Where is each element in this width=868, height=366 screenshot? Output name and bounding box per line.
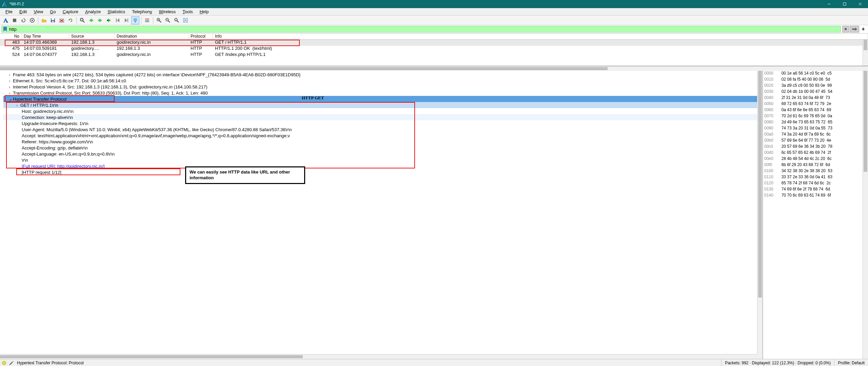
minimize-button[interactable] [821,0,837,8]
http-line[interactable]: ⌄Hypertext Transfer Protocol [3,96,763,102]
hex-row[interactable]: 0130 74 69 6f 6e 2f 78 68 74 6d [763,187,868,193]
restart-capture-icon[interactable] [19,16,27,24]
hex-row[interactable]: 0000 00 1e a6 56 14 c0 5c e0 c5 [763,71,868,77]
hex-row[interactable]: 0070 70 2d 61 6c 69 76 65 0d 0a [763,114,868,120]
edit-capture-comment-icon[interactable] [9,360,14,366]
col-no[interactable]: No [0,34,22,39]
find-packet-icon[interactable] [78,16,86,24]
svg-point-15 [107,20,108,21]
zoom-in-icon[interactable] [155,16,163,24]
packet-row[interactable]: 47514:07:03.509181goidirectory.…192.168.… [0,46,868,52]
reload-file-icon[interactable] [66,16,75,24]
menu-analyze[interactable]: Analyze [82,8,104,15]
ethernet-line[interactable]: ›Ethernet II, Src: 5c:e0:c5:8c:ce:77, Ds… [3,78,763,84]
menu-statistics[interactable]: Statistics [104,8,129,15]
ip-line[interactable]: ›Internet Protocol Version 4, Src: 192.1… [3,84,763,90]
menu-file[interactable]: File [2,8,16,15]
col-protocol[interactable]: Protocol [189,34,213,39]
http-accept-line[interactable]: Accept: text/html,application/xhtml+xml,… [3,133,763,139]
resize-columns-icon[interactable] [181,16,190,24]
tcp-line[interactable]: ›Transmission Control Protocol, Src Port… [3,90,763,96]
hex-row[interactable]: 0030 02 04 db 1b 00 00 47 45 54 [763,89,868,95]
bookmark-icon[interactable] [2,26,8,32]
auto-scroll-icon[interactable] [131,16,139,24]
hex-row[interactable]: 00c0 20 57 69 6e 36 34 3b 20 78 [763,144,868,150]
details-hscroll[interactable] [0,354,757,359]
menu-view[interactable]: View [30,8,46,15]
hex-row[interactable]: 00a0 74 3a 20 4d 6f 7a 69 6c 6c [763,132,868,138]
menu-wireless[interactable]: Wireless [156,8,179,15]
details-vscroll[interactable] [757,71,763,354]
menu-edit[interactable]: Edit [16,8,30,15]
capture-options-icon[interactable] [28,16,36,24]
http-referer-line[interactable]: Referer: https://www.google.com/\r\n [3,139,763,145]
hex-row[interactable]: 0020 3a d9 c5 c9 00 50 93 0e 99 [763,83,868,89]
expert-info-icon[interactable] [2,361,6,365]
save-file-icon[interactable] [49,16,57,24]
col-destination[interactable]: Destination [115,34,189,39]
separator [38,17,38,24]
start-capture-icon[interactable] [2,16,10,24]
zoom-out-icon[interactable] [164,16,172,24]
close-button[interactable] [852,0,868,8]
hex-row[interactable]: 0010 02 08 fa f5 40 00 80 06 5d [763,77,868,83]
hex-row[interactable]: 00f0 6b 6f 29 20 43 68 72 6f 6d [763,162,868,168]
packet-list-hscroll[interactable] [0,66,868,71]
status-profile[interactable]: Profile: Default [834,359,868,366]
svg-rect-16 [145,19,149,19]
close-file-icon[interactable] [58,16,66,24]
maximize-button[interactable] [837,0,852,8]
hex-vscroll[interactable] [863,71,868,359]
menu-telephony[interactable]: Telephony [129,8,155,15]
http-connection-line[interactable]: Connection: keep-alive\r\n [3,114,763,120]
go-back-icon[interactable] [87,16,95,24]
svg-text:1: 1 [175,19,177,21]
go-to-packet-icon[interactable] [105,16,113,24]
http-request-count-line[interactable]: [HTTP request 1/12] [3,169,763,175]
menu-help[interactable]: Help [196,8,212,15]
hex-row[interactable]: 0100 34 32 38 30 2e 38 38 20 53 [763,168,868,175]
hex-row[interactable]: 0050 69 72 65 63 74 6f 72 79 2e [763,101,868,107]
hex-row[interactable]: 0060 0a 43 6f 6e 6e 65 63 74 69 [763,107,868,114]
http-accept-encoding-line[interactable]: Accept-Encoding: gzip, deflate\r\n [3,145,763,151]
hex-row[interactable]: 0120 65 78 74 2f 68 74 6d 6c 2c [763,181,868,187]
hex-row[interactable]: 00e0 28 4b 48 54 4d 4c 2c 20 6c [763,156,868,162]
go-first-icon[interactable] [114,16,122,24]
hex-row[interactable]: 0140 70 70 6c 69 63 61 74 69 6f [763,193,868,199]
hex-row[interactable]: 0110 33 37 2e 33 36 0d 0a 41 63 [763,175,868,181]
http-accept-language-line[interactable]: Accept-Language: en-US,en;q=0.9,bn;q=0.8… [3,151,763,157]
menu-go[interactable]: Go [46,8,59,15]
col-source[interactable]: Source [69,34,115,39]
col-info[interactable]: Info [213,34,868,39]
open-file-icon[interactable] [40,16,48,24]
http-useragent-line[interactable]: User-Agent: Mozilla/5.0 (Windows NT 10.0… [3,126,763,133]
hex-row[interactable]: 00b0 57 69 6e 64 6f 77 73 20 4e [763,138,868,144]
titlebar: *Wi-Fi 2 [0,0,868,8]
http-crlf-line[interactable]: \r\n [3,157,763,163]
col-time[interactable]: Day Time [22,34,69,39]
http-host-line[interactable]: Host: goidirectory.nic.in\r\n [3,108,763,114]
apply-filter-button[interactable] [850,26,859,33]
http-full-uri-line[interactable]: [Full request URI: http://goidirectory.n… [3,163,763,169]
add-filter-button[interactable]: + [860,26,867,33]
hex-row[interactable]: 0090 74 73 3a 20 31 0d 0a 55 73 [763,126,868,132]
zoom-reset-icon[interactable]: 1 [173,16,181,24]
go-forward-icon[interactable] [96,16,104,24]
stop-capture-icon[interactable] [11,16,19,24]
display-filter-input[interactable] [1,26,841,33]
hex-row[interactable]: 0080 2d 49 6e 73 65 63 75 72 65 [763,120,868,126]
filter-bar: ✕ + [0,25,868,34]
go-last-icon[interactable] [122,16,131,24]
clear-filter-button[interactable]: ✕ [842,26,849,33]
menu-capture[interactable]: Capture [59,8,82,15]
http-get-line[interactable]: ›GET / HTTP/1.1\r\n [3,102,763,108]
packet-row[interactable]: 52414:07:04.074377192.168.1.3goidirector… [0,52,868,58]
frame-line[interactable]: ›Frame 463: 534 bytes on wire (4272 bits… [3,72,763,78]
menu-tools[interactable]: Tools [179,8,196,15]
hex-row[interactable]: 0040 2f 31 2e 31 0d 0a 48 6f 73 [763,95,868,101]
colorize-icon[interactable] [143,16,151,24]
hex-row[interactable]: 00d0 6c 65 57 65 62 4b 69 74 2f [763,150,868,156]
http-upgrade-line[interactable]: Upgrade-Insecure-Requests: 1\r\n [3,120,763,126]
packet-list-scrollbar[interactable] [863,40,868,66]
packet-row[interactable]: 46314:07:03.466369192.168.1.3goidirector… [0,40,868,46]
